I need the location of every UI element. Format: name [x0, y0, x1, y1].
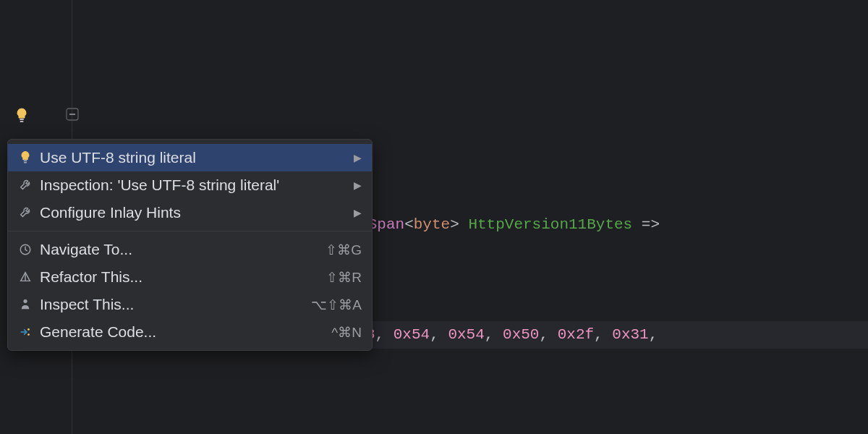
submenu-arrow-icon: ▶: [354, 152, 362, 163]
intention-context-menu: Use UTF-8 string literal ▶ Inspection: '…: [7, 139, 373, 351]
wrench-icon: [18, 205, 33, 220]
menu-item-configure-inlay[interactable]: Configure Inlay Hints ▶: [8, 199, 372, 226]
intention-bulb-icon[interactable]: [13, 107, 30, 124]
menu-label: Refactor This...: [40, 268, 310, 286]
menu-item-inspect-this[interactable]: Inspect This... ⌥⇧⌘A: [8, 291, 372, 318]
menu-label: Configure Inlay Hints: [40, 204, 341, 221]
menu-separator: [8, 231, 372, 231]
submenu-arrow-icon: ▶: [354, 207, 362, 218]
bulb-icon: [18, 150, 33, 165]
svg-rect-7: [24, 162, 27, 163]
menu-label: Navigate To...: [40, 241, 310, 258]
svg-point-12: [27, 333, 30, 336]
code-blank: [72, 55, 868, 129]
wrench-icon: [18, 178, 33, 192]
svg-rect-1: [20, 121, 24, 122]
menu-shortcut: ^⌘N: [331, 324, 362, 341]
menu-shortcut: ⇧⌘G: [326, 242, 362, 258]
menu-label: Inspect This...: [40, 296, 295, 313]
svg-rect-0: [20, 119, 24, 120]
refactor-icon: [18, 270, 33, 284]
menu-item-refactor-this[interactable]: Refactor This... ⇧⌘R: [8, 263, 372, 291]
svg-point-10: [24, 299, 27, 303]
compass-icon: [18, 242, 33, 257]
generate-icon: [18, 325, 33, 339]
menu-item-navigate-to[interactable]: Navigate To... ⇧⌘G: [8, 236, 372, 263]
menu-label: Generate Code...: [40, 323, 315, 341]
submenu-arrow-icon: ▶: [354, 179, 362, 191]
identifier-httpversion11bytes: HttpVersion11Bytes: [468, 211, 632, 239]
menu-label: Use UTF-8 string literal: [40, 149, 341, 166]
inspect-icon: [18, 297, 33, 312]
menu-item-inspection[interactable]: Inspection: 'Use UTF-8 string literal' ▶: [8, 171, 372, 199]
menu-item-generate-code[interactable]: Generate Code... ^⌘N: [8, 318, 372, 346]
menu-item-use-utf8[interactable]: Use UTF-8 string literal ▶: [8, 144, 372, 171]
svg-point-11: [27, 328, 30, 331]
menu-shortcut: ⌥⇧⌘A: [311, 297, 362, 313]
menu-label: Inspection: 'Use UTF-8 string literal': [40, 176, 341, 194]
menu-shortcut: ⇧⌘R: [326, 269, 362, 286]
svg-rect-6: [24, 161, 27, 162]
